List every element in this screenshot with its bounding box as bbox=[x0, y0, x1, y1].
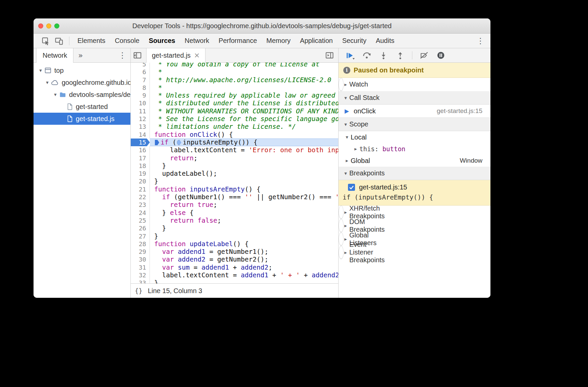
code-text-8: * bbox=[150, 84, 338, 92]
section-scope[interactable]: ▾Scope bbox=[339, 118, 490, 131]
breakpoint-entry[interactable]: get-started.js:15if (inputsAreEmpty()) { bbox=[339, 180, 490, 206]
navigator-tab-network[interactable]: Network bbox=[36, 48, 73, 63]
line-number-20[interactable]: 20 bbox=[131, 177, 150, 185]
editor-tab-get-started-js[interactable]: get-started.js × bbox=[146, 48, 205, 63]
scope-property-this[interactable]: ▸this: button bbox=[339, 143, 490, 155]
debugger-pane: i Paused on breakpoint ▸Watch▾Call Stack… bbox=[339, 48, 490, 298]
line-number-15[interactable]: 15 bbox=[131, 139, 150, 146]
disclosure-triangle-icon[interactable]: ▾ bbox=[52, 92, 59, 98]
callstack-frame[interactable]: ▶onClickget-started.js:15 bbox=[339, 105, 490, 118]
navigator-menu-icon[interactable]: ⋮ bbox=[116, 48, 128, 62]
section-dom-breakpoints[interactable]: ▸DOM Breakpoints bbox=[339, 219, 344, 232]
step-over-icon[interactable] bbox=[359, 50, 374, 61]
line-number-22[interactable]: 22 bbox=[131, 193, 150, 201]
line-number-25[interactable]: 25 bbox=[131, 217, 150, 224]
disclosure-triangle-icon: ▸ bbox=[352, 146, 359, 152]
section-call-stack[interactable]: ▾Call Stack bbox=[339, 91, 490, 105]
step-out-icon[interactable] bbox=[393, 50, 408, 61]
code-line-31: 31 var sum = addend1 + addend2; bbox=[131, 264, 338, 271]
line-number-26[interactable]: 26 bbox=[131, 224, 150, 232]
code-line-5: 5 * You may obtain a copy of the License… bbox=[131, 63, 338, 68]
more-tabs-chevron-icon[interactable]: » bbox=[78, 51, 83, 60]
code-text-32: label.textContent = addend1 + ' + ' + ad… bbox=[150, 271, 338, 279]
section-global-listeners[interactable]: ▸Global Listeners bbox=[339, 232, 344, 246]
window-titlebar[interactable]: Developer Tools - https://googlechrome.g… bbox=[34, 18, 490, 34]
section-watch[interactable]: ▸Watch bbox=[339, 78, 344, 91]
line-number-5[interactable]: 5 bbox=[131, 63, 150, 68]
zoom-window-button[interactable] bbox=[54, 23, 59, 29]
tree-item-get-started-js[interactable]: get-started.js bbox=[34, 113, 130, 125]
scope-global[interactable]: ▸GlobalWindow bbox=[339, 155, 490, 167]
navigator-toolbar: Network » ⋮ bbox=[34, 48, 130, 63]
toggle-debugger-sidebar-icon[interactable] bbox=[323, 48, 336, 62]
close-window-button[interactable] bbox=[38, 23, 43, 29]
tree-item-top[interactable]: ▾top bbox=[34, 64, 130, 76]
line-number-11[interactable]: 11 bbox=[131, 107, 150, 115]
line-number-19[interactable]: 19 bbox=[131, 170, 150, 177]
code-line-19: 19 updateLabel(); bbox=[131, 170, 338, 177]
tab-sources[interactable]: Sources bbox=[144, 34, 180, 48]
line-number-28[interactable]: 28 bbox=[131, 240, 150, 248]
tab-performance[interactable]: Performance bbox=[214, 34, 262, 48]
line-number-31[interactable]: 31 bbox=[131, 264, 150, 271]
line-number-9[interactable]: 9 bbox=[131, 92, 150, 99]
step-into-icon[interactable] bbox=[376, 50, 391, 61]
code-text-26: } bbox=[150, 224, 338, 232]
paused-banner-text: Paused on breakpoint bbox=[354, 66, 424, 74]
tab-console[interactable]: Console bbox=[110, 34, 144, 48]
line-number-24[interactable]: 24 bbox=[131, 209, 150, 217]
resume-icon[interactable] bbox=[343, 50, 357, 61]
pause-on-exceptions-icon[interactable] bbox=[433, 50, 448, 61]
line-number-13[interactable]: 13 bbox=[131, 123, 150, 130]
section-label: Watch bbox=[349, 80, 368, 88]
tree-item-devtools-samples-debug-js[interactable]: ▾devtools-samples/debug-js bbox=[34, 89, 130, 101]
tab-application[interactable]: Application bbox=[295, 34, 338, 48]
line-number-27[interactable]: 27 bbox=[131, 232, 150, 240]
line-number-17[interactable]: 17 bbox=[131, 154, 150, 162]
line-number-10[interactable]: 10 bbox=[131, 99, 150, 107]
inspect-icon[interactable] bbox=[39, 34, 52, 48]
line-number-30[interactable]: 30 bbox=[131, 256, 150, 263]
line-number-18[interactable]: 18 bbox=[131, 162, 150, 170]
disclosure-triangle-icon[interactable]: ▾ bbox=[37, 67, 44, 73]
code-line-29: 29 var addend1 = getNumber1(); bbox=[131, 248, 338, 256]
tab-memory[interactable]: Memory bbox=[262, 34, 295, 48]
line-number-8[interactable]: 8 bbox=[131, 84, 150, 92]
close-tab-icon[interactable]: × bbox=[194, 51, 200, 59]
tree-item-get-started[interactable]: get-started bbox=[34, 101, 130, 113]
line-number-21[interactable]: 21 bbox=[131, 185, 150, 193]
tab-security[interactable]: Security bbox=[338, 34, 371, 48]
minimize-window-button[interactable] bbox=[46, 23, 51, 29]
code-editor[interactable]: 5 * You may obtain a copy of the License… bbox=[131, 63, 338, 283]
section-xhr-fetch-breakpoints[interactable]: ▸XHR/fetch Breakpoints bbox=[339, 206, 344, 219]
line-number-16[interactable]: 16 bbox=[131, 146, 150, 154]
deactivate-breakpoints-icon[interactable] bbox=[417, 50, 431, 61]
line-number-32[interactable]: 32 bbox=[131, 271, 150, 279]
overflow-menu-icon[interactable]: ⋮ bbox=[474, 34, 486, 48]
pretty-print-button[interactable]: {} bbox=[135, 287, 142, 294]
disclosure-triangle-icon: ▸ bbox=[343, 158, 351, 164]
device-toolbar-icon[interactable] bbox=[52, 34, 66, 48]
line-number-7[interactable]: 7 bbox=[131, 76, 150, 84]
tab-network[interactable]: Network bbox=[180, 34, 214, 48]
disclosure-triangle-icon: ▸ bbox=[342, 223, 349, 229]
line-number-33[interactable]: 33 bbox=[131, 279, 150, 283]
tab-elements[interactable]: Elements bbox=[73, 34, 110, 48]
code-text-5: * You may obtain a copy of the License a… bbox=[150, 63, 338, 68]
toggle-navigator-icon[interactable] bbox=[131, 48, 144, 62]
line-number-12[interactable]: 12 bbox=[131, 115, 150, 123]
section-event-listener-breakpoints[interactable]: ▸Event Listener Breakpoints bbox=[339, 246, 344, 259]
line-number-14[interactable]: 14 bbox=[131, 131, 150, 139]
tab-audits[interactable]: Audits bbox=[371, 34, 399, 48]
line-number-23[interactable]: 23 bbox=[131, 201, 150, 209]
line-number-6[interactable]: 6 bbox=[131, 68, 150, 76]
breakpoint-checkbox[interactable] bbox=[348, 184, 355, 191]
cursor-position: Line 15, Column 3 bbox=[148, 287, 202, 295]
disclosure-triangle-icon[interactable]: ▾ bbox=[44, 79, 51, 86]
section-label: Event Listener Breakpoints bbox=[349, 241, 385, 264]
section-breakpoints[interactable]: ▾Breakpoints bbox=[339, 167, 490, 180]
line-number-29[interactable]: 29 bbox=[131, 248, 150, 256]
scope-local[interactable]: ▾Local bbox=[339, 131, 490, 143]
tree-item-googlechrome-github-io[interactable]: ▾googlechrome.github.io bbox=[34, 76, 130, 89]
main-tabs: ElementsConsoleSourcesNetworkPerformance… bbox=[73, 34, 399, 48]
